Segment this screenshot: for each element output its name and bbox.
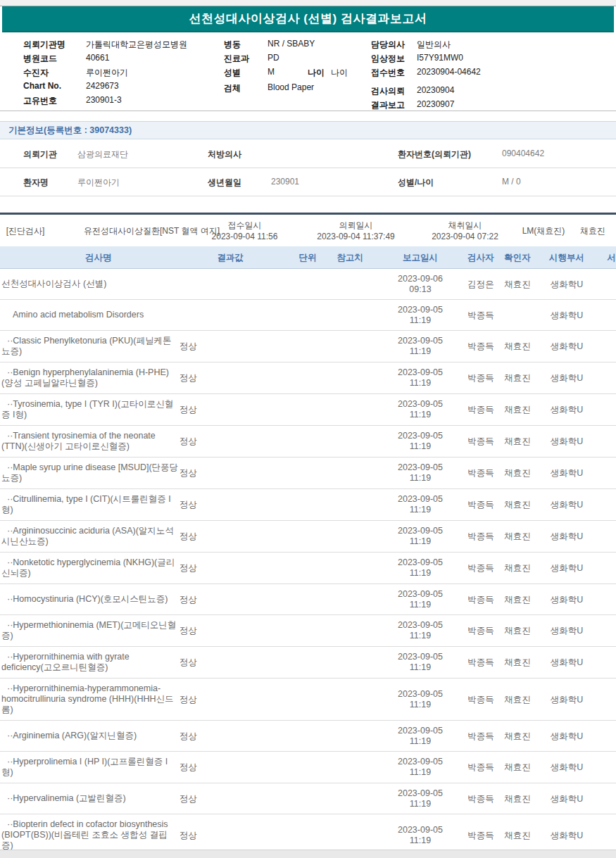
field-value: 일반의사 <box>417 39 451 51</box>
result-value-cell: 정상 <box>180 730 197 742</box>
basic-info-grid: 의뢰기관 삼광의료재단 처방의사 환자번호(의뢰기관) 090404642 환자… <box>0 139 616 196</box>
col-header-reference: 참고치 <box>322 246 378 269</box>
col-header-test-name: 검사명 <box>42 246 155 269</box>
confirmer-cell: 채효진 <box>494 467 541 479</box>
report-datetime-cell: 2023-09-05 11:19 <box>392 825 448 846</box>
report-datetime-cell: 2023-09-05 11:19 <box>392 526 448 547</box>
result-value-cell: 정상 <box>180 531 197 543</box>
field-value: 230901-3 <box>86 95 122 105</box>
table-row: ··Homocystinuria (HCY)(호모시스틴뇨증)정상2023-09… <box>0 584 616 615</box>
confirmer-cell: 채효진 <box>494 625 541 637</box>
field-label: 검사의뢰 <box>371 85 405 97</box>
field-value: 20230904 <box>417 85 454 95</box>
department-cell: 생화학U <box>539 793 594 805</box>
result-value-cell: 정상 <box>180 404 197 416</box>
table-row: ··Benign hyperphenylalaninemia (H-PHE)(양… <box>0 362 616 394</box>
order-tag: [진단검사] <box>4 225 46 236</box>
table-row: ··Citrullinemia, type I (CIT)(시트룰린혈증 I형)… <box>0 489 616 521</box>
order-info-row: [진단검사] 유전성대사이상질환[NST 혈액 여지] 접수일시 2023-09… <box>0 215 616 246</box>
table-row: ··Classic Phenylketonuria (PKU)(페닐케톤뇨증)정… <box>0 331 616 362</box>
result-value-cell: 정상 <box>180 693 197 705</box>
result-value-cell: 정상 <box>180 341 197 353</box>
report-datetime-cell: 2023-09-05 11:19 <box>392 788 448 809</box>
bottom-cutoff-bar <box>0 850 616 858</box>
table-row: ··Hypervalinemia (고발린혈증)정상2023-09-05 11:… <box>0 783 616 814</box>
test-name-cell: ··Homocystinuria (HCY)(호모시스틴뇨증) <box>1 589 179 610</box>
field-value: 230901 <box>271 177 299 187</box>
field-value: M <box>268 67 275 77</box>
department-cell: 생화학U <box>539 278 594 290</box>
field-label: 고유번호 <box>23 95 57 107</box>
table-row: ··Nonketotic hyperglycinemia (NKHG)(글리신뇌… <box>0 553 616 584</box>
result-value-cell: 정상 <box>180 372 197 384</box>
table-row: ··Hyperprolinemia I (HP I)(고프롤린혈증 I형)정상2… <box>0 752 616 783</box>
order-requested: 의뢰일시 2023-09-04 11:37:49 <box>301 220 410 242</box>
tester-cell: 박종득 <box>458 309 504 321</box>
report-datetime-cell: 2023-09-05 11:19 <box>392 589 448 610</box>
result-value-cell: 정상 <box>180 593 197 605</box>
field-value: 나이 <box>331 67 348 79</box>
confirmer-cell: 채효진 <box>494 531 541 543</box>
report-datetime-cell: 2023-09-05 11:19 <box>392 336 448 357</box>
report-datetime-cell: 2023-09-05 11:19 <box>392 494 448 515</box>
confirmer-cell: 채효진 <box>494 436 541 448</box>
confirmer-cell: 채효진 <box>494 404 541 416</box>
confirmer-cell: 채효진 <box>494 562 541 574</box>
report-datetime-cell: 2023-09-06 09:13 <box>392 274 448 295</box>
order-received-value: 2023-09-04 11:56 <box>194 231 296 242</box>
col-header-form: 서식 <box>595 246 616 269</box>
result-value-cell: 정상 <box>180 467 197 479</box>
report-datetime-cell: 2023-09-05 11:19 <box>392 620 448 641</box>
result-value-cell: 정상 <box>180 829 197 841</box>
department-cell: 생화학U <box>539 562 594 574</box>
col-header-result: 결과값 <box>202 246 258 269</box>
confirmer-cell: 채효진 <box>494 278 541 290</box>
test-name-cell: ··Nonketotic hyperglycinemia (NKHG)(글리신뇌… <box>1 553 179 583</box>
order-received: 접수일시 2023-09-04 11:56 <box>194 220 296 242</box>
field-label: 검체 <box>224 82 241 94</box>
table-row: ··Argininosuccinic aciduria (ASA)(알지노석시닌… <box>0 521 616 553</box>
department-cell: 생화학U <box>539 625 594 637</box>
department-cell: 생화학U <box>539 829 594 841</box>
field-label: 환자번호(의뢰기관) <box>398 149 471 160</box>
field-value: 가톨릭대학교은평성모병원 <box>86 39 187 51</box>
field-label: 병원코드 <box>23 53 57 65</box>
field-value: 090404642 <box>502 149 544 158</box>
field-label: 성별 <box>224 67 241 79</box>
confirmer-cell: 채효진 <box>494 762 541 774</box>
department-cell: 생화학U <box>539 657 594 669</box>
order-collected-label: 채취일시 <box>414 220 516 231</box>
test-name-cell: ··Argininemia (ARG)(알지닌혈증) <box>1 726 179 746</box>
confirmer-cell: 채효진 <box>494 499 541 511</box>
confirmer-cell: 채효진 <box>494 730 541 742</box>
order-collector: 채효진 <box>565 225 616 236</box>
confirmer-cell: 채효진 <box>494 372 541 384</box>
order-collected: 채취일시 2023-09-04 07:22 <box>414 220 516 242</box>
field-label: 환자명 <box>23 177 49 189</box>
field-label: 의뢰기관명 <box>23 39 65 51</box>
department-cell: 생화학U <box>539 341 594 353</box>
results-table-body: 선천성대사이상검사 (선별)2023-09-06 09:13김정은채효진생화학U… <box>0 269 616 857</box>
field-label: 임상정보 <box>371 53 405 65</box>
test-name-cell: ··Argininosuccinic aciduria (ASA)(알지노석시닌… <box>1 521 179 552</box>
table-row: ··Maple syrup urine disease [MSUD](단풍당뇨증… <box>0 458 616 489</box>
report-datetime-cell: 2023-09-05 11:19 <box>392 305 448 326</box>
result-value-cell: 정상 <box>180 793 197 805</box>
test-name-cell: ··Hyperornithinemia with gyrate deficien… <box>1 647 179 678</box>
report-datetime-cell: 2023-09-05 11:19 <box>392 557 448 579</box>
field-label: 의뢰기관 <box>23 149 57 160</box>
department-cell: 생화학U <box>539 593 594 605</box>
col-header-report-datetime: 보고일시 <box>392 246 448 269</box>
field-value: 20230907 <box>417 99 454 109</box>
department-cell: 생화학U <box>539 499 594 511</box>
field-value: 40661 <box>86 53 109 63</box>
patient-id-block: 의뢰기관명 가톨릭대학교은평성모병원 병원코드 40661 수진자 루이쩐아기 … <box>0 32 616 111</box>
field-value: 2429673 <box>86 81 119 91</box>
report-datetime-cell: 2023-09-05 11:19 <box>392 431 448 452</box>
field-value: 루이쩐아기 <box>77 177 120 189</box>
report-datetime-cell: 2023-09-05 11:19 <box>392 652 448 673</box>
field-value: M / 0 <box>502 177 521 187</box>
table-row: ··Tyrosinemia, type I (TYR I)(고타이로신혈증 I형… <box>0 394 616 426</box>
confirmer-cell: 채효진 <box>494 657 541 669</box>
field-label: 생년월일 <box>208 177 241 189</box>
